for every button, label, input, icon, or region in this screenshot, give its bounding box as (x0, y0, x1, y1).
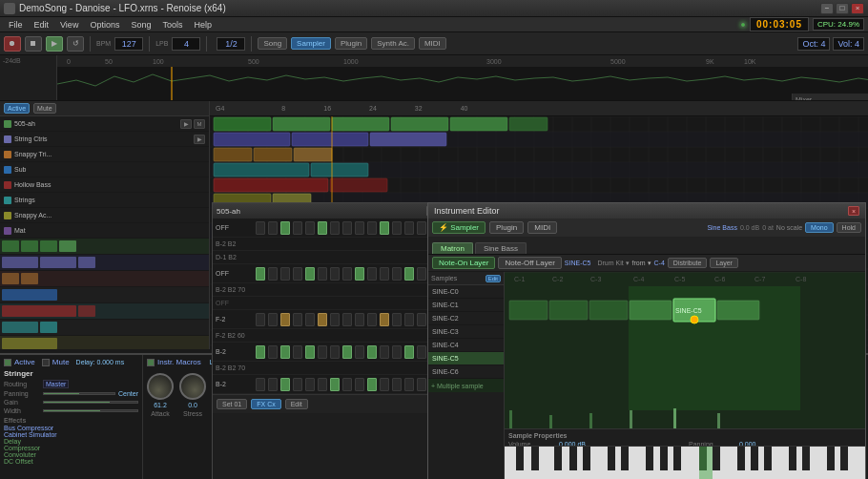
track-item-2[interactable]: String Ctris ▶ (0, 132, 209, 147)
seq-step-0-9[interactable] (367, 221, 377, 235)
ie-tab-sampler[interactable]: ⚡ Sampler (432, 221, 486, 234)
track-item-6[interactable]: Strings (0, 193, 209, 208)
macro-knob-1[interactable] (179, 373, 206, 400)
sample-item-4[interactable]: SINE-C4 (428, 339, 504, 352)
seq-step-1-5[interactable] (318, 267, 327, 281)
seq-step-3-8[interactable] (355, 345, 364, 359)
loop-button[interactable]: ↺ (67, 36, 84, 52)
sample-item-0[interactable]: SINE-C0 (428, 285, 504, 299)
seq-step-0-1[interactable] (268, 221, 278, 235)
seq-step-1-12[interactable] (404, 267, 414, 281)
seq-step-0-13[interactable] (417, 221, 426, 235)
menu-edit[interactable]: Edit (30, 17, 54, 31)
mute-button[interactable]: Mute (33, 103, 56, 114)
seq-step-4-2[interactable] (280, 378, 290, 391)
mode-plugin[interactable]: Plugin (335, 37, 367, 50)
seq-step-2-9[interactable] (367, 313, 377, 326)
add-sample-btn[interactable]: + Multiple sample (428, 379, 504, 392)
seq-step-3-6[interactable] (330, 345, 340, 359)
seq-step-4-7[interactable] (342, 378, 352, 391)
sample-item-3[interactable]: SINE-C3 (428, 325, 504, 339)
sample-item-5[interactable]: SINE-C5 (428, 352, 504, 365)
macro-knob-0[interactable] (142, 368, 178, 405)
seq-step-0-11[interactable] (392, 221, 402, 235)
track-item-8[interactable]: Mat (0, 223, 209, 239)
menu-help[interactable]: Help (189, 17, 217, 31)
seq-step-1-8[interactable] (355, 267, 364, 281)
seq-step-4-0[interactable] (256, 378, 265, 391)
seq-step-2-10[interactable] (380, 313, 389, 326)
stop-button[interactable]: ⏹ (25, 36, 42, 52)
piano-keyboard[interactable] (505, 446, 865, 479)
sample-item-1[interactable]: SINE-C1 (428, 299, 504, 312)
seq-step-1-2[interactable] (280, 267, 290, 281)
strip2-active[interactable] (147, 359, 155, 366)
fx-dc-offset[interactable]: DC Offset (4, 458, 138, 465)
sample-item-2[interactable]: SINE-C2 (428, 312, 504, 325)
seq-step-1-13[interactable] (417, 267, 426, 281)
ie-subtab-matron[interactable]: Matron (432, 242, 473, 254)
waveform-canvas[interactable] (57, 67, 868, 101)
ie-layer-btn[interactable]: Layer (710, 258, 738, 268)
track-play-1[interactable]: ▶ (180, 119, 192, 129)
seq-step-3-11[interactable] (392, 345, 402, 359)
time-sig-display[interactable]: 1/2 (217, 37, 245, 51)
seq-step-3-3[interactable] (293, 345, 302, 359)
ie-keynote-layer[interactable]: Note-On Layer (432, 257, 495, 269)
fx-bus-comp[interactable]: Bus Compressor (4, 425, 138, 431)
seq-step-3-1[interactable] (268, 345, 278, 359)
active-button[interactable]: Active (4, 103, 30, 114)
track-item-5[interactable]: Hollow Bass (0, 177, 209, 193)
seq-fx-btn[interactable]: FX Cx (251, 399, 280, 409)
seq-step-2-6[interactable] (330, 313, 340, 326)
strip1-active[interactable] (4, 359, 11, 366)
seq-step-0-5[interactable] (318, 221, 327, 235)
fx-cabinet-sim[interactable]: Cabinet Simulator (4, 431, 138, 438)
seq-step-2-13[interactable] (417, 313, 426, 326)
seq-step-1-11[interactable] (392, 267, 402, 281)
record-button[interactable]: ⏺ (4, 36, 21, 52)
seq-step-3-10[interactable] (380, 345, 389, 359)
seq-step-1-4[interactable] (305, 267, 315, 281)
track-mute-1[interactable]: M (194, 119, 205, 129)
seq-step-4-11[interactable] (392, 378, 402, 391)
seq-step-2-7[interactable] (342, 313, 352, 326)
track-play-2[interactable]: ▶ (194, 135, 205, 144)
gain-slider[interactable] (43, 401, 138, 404)
track-item-1[interactable]: 505-ah ▶ M (0, 116, 209, 132)
seq-step-4-13[interactable] (417, 378, 426, 391)
seq-step-3-4[interactable] (305, 345, 315, 359)
seq-step-2-4[interactable] (305, 313, 315, 326)
ie-mono-btn[interactable]: Mono (805, 222, 834, 233)
seq-set-btn[interactable]: Set 01 (217, 399, 247, 409)
seq-step-0-2[interactable] (280, 221, 290, 235)
strip1-mute[interactable] (42, 359, 50, 366)
seq-step-1-0[interactable] (256, 267, 265, 281)
seq-step-4-4[interactable] (305, 378, 315, 391)
seq-step-2-11[interactable] (392, 313, 402, 326)
seq-step-0-7[interactable] (342, 221, 352, 235)
mode-song[interactable]: Song (258, 37, 287, 50)
seq-step-3-5[interactable] (318, 345, 327, 359)
close-button[interactable]: × (851, 3, 864, 14)
menu-tools[interactable]: Tools (157, 17, 187, 31)
minimize-button[interactable]: − (820, 3, 834, 14)
seq-step-1-10[interactable] (380, 267, 389, 281)
seq-step-3-9[interactable] (367, 345, 377, 359)
seq-step-3-12[interactable] (404, 345, 414, 359)
seq-step-2-12[interactable] (404, 313, 414, 326)
ie-subtab-sinebass[interactable]: Sine Bass (475, 242, 527, 254)
seq-step-1-9[interactable] (367, 267, 377, 281)
seq-step-4-6[interactable] (330, 378, 340, 391)
fx-delay[interactable]: Delay (4, 438, 138, 445)
track-item-7[interactable]: Snappy Ac... (0, 208, 209, 223)
maximize-button[interactable]: □ (836, 3, 849, 14)
seq-step-0-12[interactable] (404, 221, 414, 235)
ie-close-btn[interactable]: × (848, 206, 859, 216)
seq-step-4-1[interactable] (268, 378, 278, 391)
seq-step-1-7[interactable] (342, 267, 352, 281)
track-item-3[interactable]: Snappy Tri... (0, 147, 209, 162)
menu-song[interactable]: Song (126, 17, 155, 31)
panning-slider[interactable] (43, 392, 115, 395)
fx-convoluter[interactable]: Convoluter (4, 451, 138, 458)
